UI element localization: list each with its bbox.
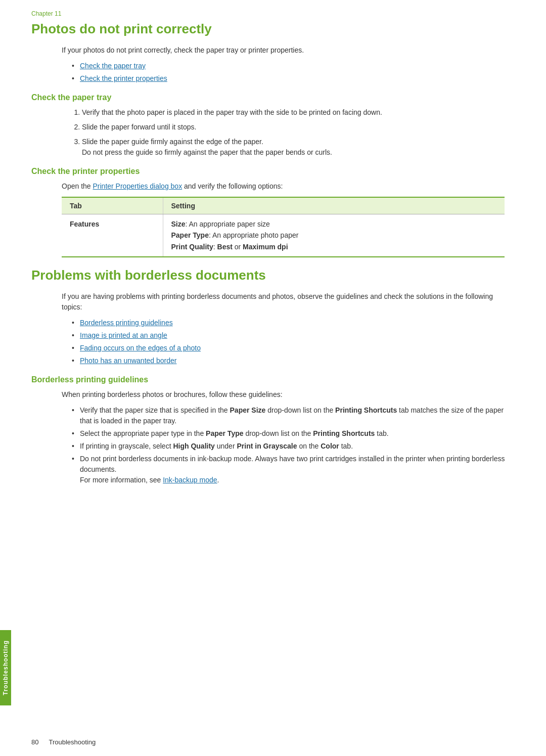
label-printing-shortcuts2: Printing Shortcuts	[313, 429, 375, 437]
check-paper-tray-link[interactable]: Check the paper tray	[80, 62, 146, 70]
printer-props-intro-text: Open the	[62, 182, 93, 190]
setting-size: Size: An appropriate paper size	[171, 220, 270, 228]
unwanted-border-link[interactable]: Photo has an unwanted border	[80, 357, 176, 365]
list-item[interactable]: Borderless printing guidelines	[72, 318, 515, 328]
table-cell-setting: Size: An appropriate paper size Paper Ty…	[163, 214, 505, 257]
list-item: Slide the paper forward until it stops.	[82, 122, 515, 132]
list-item[interactable]: Fading occurs on the edges of a photo	[72, 343, 515, 353]
label-printing-shortcuts: Printing Shortcuts	[335, 406, 397, 414]
paper-tray-steps: Verify that the photo paper is placed in…	[72, 107, 515, 158]
section2-links: Borderless printing guidelines Image is …	[72, 318, 515, 366]
list-item: Slide the paper guide firmly against the…	[82, 137, 515, 158]
label-paper-type: Paper Type	[171, 231, 209, 239]
label-high-quality: High Quality	[173, 442, 214, 450]
subsection1-title: Check the paper tray	[31, 93, 515, 102]
label-size: Size	[171, 220, 186, 228]
printer-properties-dialog-link[interactable]: Printer Properties dialog box	[93, 182, 183, 190]
list-item[interactable]: Image is printed at an angle	[72, 330, 515, 341]
printer-props-suffix: and verify the following options:	[182, 182, 283, 190]
list-item[interactable]: Photo has an unwanted border	[72, 355, 515, 366]
list-item[interactable]: Check the paper tray	[72, 61, 515, 71]
table-cell-tab: Features	[62, 214, 163, 257]
sidebar: Troubleshooting	[0, 630, 11, 705]
setting-print-quality: Print Quality: Best or Maximum dpi	[171, 243, 288, 251]
settings-table-container: Tab Setting Features Size: An appropriat…	[62, 197, 505, 257]
footer-page-number: 80	[31, 738, 38, 746]
table-row: Features Size: An appropriate paper size…	[62, 214, 505, 257]
section2-title: Problems with borderless documents	[31, 268, 515, 283]
label-color: Color	[321, 442, 339, 450]
list-item: Select the appropriate paper type in the…	[72, 428, 515, 439]
label-print-grayscale: Print in Grayscale	[237, 442, 297, 450]
chapter-label: Chapter 11	[31, 10, 515, 17]
printer-props-intro: Open the Printer Properties dialog box a…	[62, 181, 515, 192]
image-angle-link[interactable]: Image is printed at an angle	[80, 331, 167, 339]
list-item: Verify that the photo paper is placed in…	[82, 107, 515, 118]
subsection2-title: Check the printer properties	[31, 167, 515, 176]
check-printer-props-link[interactable]: Check the printer properties	[80, 74, 167, 82]
table-col-setting: Setting	[163, 197, 505, 214]
setting-paper-type: Paper Type: An appropriate photo paper	[171, 231, 299, 239]
borderless-guidelines-title: Borderless printing guidelines	[31, 375, 515, 384]
label-paper-size: Paper Size	[230, 406, 266, 414]
ink-backup-mode-link[interactable]: Ink-backup mode	[163, 476, 217, 484]
section1-links: Check the paper tray Check the printer p…	[72, 61, 515, 84]
borderless-bullets: Verify that the paper size that is speci…	[72, 405, 515, 485]
settings-table: Tab Setting Features Size: An appropriat…	[62, 197, 505, 257]
section1-title: Photos do not print correctly	[31, 21, 515, 37]
list-item: Verify that the paper size that is speci…	[72, 405, 515, 426]
section2-intro: If you are having problems with printing…	[62, 291, 515, 313]
list-item: Do not print borderless documents in ink…	[72, 454, 515, 485]
table-col-tab: Tab	[62, 197, 163, 214]
footer-section-label: Troubleshooting	[49, 738, 96, 746]
section1-intro: If your photos do not print correctly, c…	[62, 45, 515, 56]
fading-edges-link[interactable]: Fading occurs on the edges of a photo	[80, 344, 201, 352]
borderless-intro: When printing borderless photos or broch…	[62, 389, 515, 400]
list-item: If printing in grayscale, select High Qu…	[72, 441, 515, 452]
label-paper-type2: Paper Type	[206, 429, 243, 437]
sidebar-label: Troubleshooting	[0, 635, 11, 700]
list-item[interactable]: Check the printer properties	[72, 73, 515, 84]
footer: 80 Troubleshooting	[31, 738, 515, 746]
label-print-quality: Print Quality	[171, 243, 213, 251]
borderless-guidelines-link[interactable]: Borderless printing guidelines	[80, 319, 173, 327]
